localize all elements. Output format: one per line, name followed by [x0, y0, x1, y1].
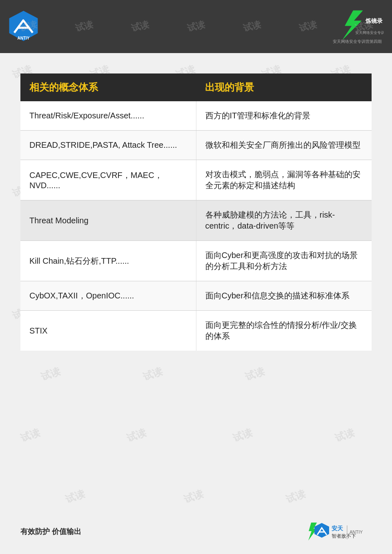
table-row: Kill Chain,钻石分析,TTP......面向Cyber和更高强度的攻击…	[20, 241, 372, 281]
table-cell-col1-2: CAPEC,CWE,CVE,CVRF，MAEC，NVD......	[20, 160, 196, 200]
footer-logo: 安天 智者敌不下 ANTIY	[306, 521, 372, 542]
table-cell-col1-1: DREAD,STRIDE,PASTA, Attack Tree......	[20, 131, 196, 160]
table-row: CybOX,TAXII，OpenIOC......面向Cyber和信息交换的描述…	[20, 281, 372, 311]
header-wm-2: 试读	[74, 18, 94, 35]
content-area: 相关的概念体系 出现的背景 Threat/Risk/Exposure/Asset…	[0, 53, 392, 367]
svg-marker-7	[314, 523, 329, 538]
table-row: Threat Modeling各种威胁建模的方法论，工具，risk-centri…	[20, 200, 372, 241]
watermark-29: 试读	[284, 487, 307, 506]
footer-logo-icon: 安天 智者敌不下 ANTIY	[306, 521, 372, 542]
footer: 有效防护 价值输出 安天 智者敌不下 ANTIY	[0, 521, 392, 542]
table-cell-col1-0: Threat/Risk/Exposure/Asset......	[20, 101, 196, 131]
footer-slogan: 有效防护 价值输出	[20, 527, 81, 536]
watermark-22: 试读	[243, 365, 266, 383]
table-cell-col2-5: 面向Cyber和信息交换的描述和标准体系	[196, 281, 372, 311]
header-wm-3: 试读	[130, 18, 150, 35]
table-row: CAPEC,CWE,CVE,CVRF，MAEC，NVD......对攻击模式，脆…	[20, 160, 372, 200]
antiy-logo-icon: ANTIY	[8, 10, 39, 43]
watermark-24: 试读	[125, 426, 148, 445]
watermark-23: 试读	[19, 426, 42, 445]
table-cell-col1-4: Kill Chain,钻石分析,TTP......	[20, 241, 196, 281]
table-cell-col2-3: 各种威胁建模的方法论，工具，risk-centric，data-driven等等	[196, 200, 372, 241]
table-row: DREAD,STRIDE,PASTA, Attack Tree......微软和…	[20, 131, 372, 160]
table-cell-col2-2: 对攻击模式，脆弱点，漏洞等各种基础的安全元素的标定和描述结构	[196, 160, 372, 200]
header-wm-5: 试读	[242, 18, 262, 35]
watermark-25: 试读	[231, 426, 254, 445]
table-cell-col2-4: 面向Cyber和更高强度的攻击和对抗的场景的分析工具和分析方法	[196, 241, 372, 281]
table-cell-col1-5: CybOX,TAXII，OpenIOC......	[20, 281, 196, 311]
svg-text:安天: 安天	[331, 525, 343, 532]
watermark-27: 试读	[64, 487, 87, 506]
header: 试读 试读 试读 试读 试读 试读 试读 ANTIY 炼镜录 安天网络安全专训营…	[0, 0, 392, 53]
table-cell-col2-1: 微软和相关安全厂商所推出的风险管理模型	[196, 131, 372, 160]
brand-logo-icon: 炼镜录 安天网络安全专训营第四期	[331, 9, 384, 41]
watermark-20: 试读	[39, 365, 62, 383]
table-cell-col1-6: STIX	[20, 311, 196, 351]
svg-text:安天网络安全专训营第四期: 安天网络安全专训营第四期	[355, 31, 384, 35]
table-cell-col1-3: Threat Modeling	[20, 200, 196, 241]
header-wm-6: 试读	[298, 18, 318, 35]
svg-marker-3	[343, 11, 363, 39]
top-right-brand: 炼镜录 安天网络安全专训营第四期 安天网络安全专训营第四期	[331, 9, 384, 44]
antiy-logo-area: ANTIY	[8, 10, 39, 43]
col1-header: 相关的概念体系	[20, 73, 196, 101]
header-wm-4: 试读	[186, 18, 206, 35]
svg-text:ANTIY: ANTIY	[350, 530, 363, 534]
brand-subtitle: 安天网络安全专训营第四期	[331, 39, 384, 44]
main-table: 相关的概念体系 出现的背景 Threat/Risk/Exposure/Asset…	[20, 73, 372, 351]
svg-text:炼镜录: 炼镜录	[365, 18, 383, 24]
col2-header: 出现的背景	[196, 73, 372, 101]
watermark-28: 试读	[182, 487, 205, 506]
table-cell-col2-0: 西方的IT管理和标准化的背景	[196, 101, 372, 131]
svg-text:ANTIY: ANTIY	[18, 36, 30, 40]
watermark-21: 试读	[141, 365, 164, 383]
table-cell-col2-6: 面向更完整的综合性的情报分析/作业/交换的体系	[196, 311, 372, 351]
watermark-26: 试读	[333, 426, 356, 445]
table-row: STIX面向更完整的综合性的情报分析/作业/交换的体系	[20, 311, 372, 351]
content-wrapper: 相关的概念体系 出现的背景 Threat/Risk/Exposure/Asset…	[20, 73, 372, 351]
table-row: Threat/Risk/Exposure/Asset......西方的IT管理和…	[20, 101, 372, 131]
